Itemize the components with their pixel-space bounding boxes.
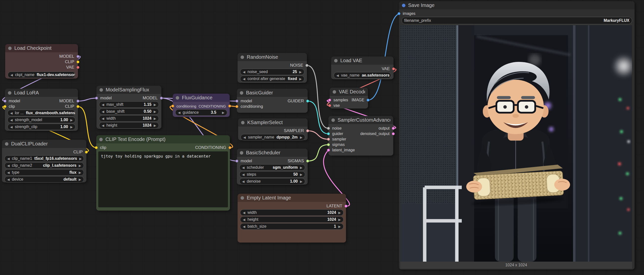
node-ksampler-select[interactable]: KSamplerSelect SAMPLER ◀ sampler_name dp… — [238, 118, 308, 140]
widget-filename-prefix[interactable]: filename_prefix MarkuryFLUX — [402, 17, 632, 24]
widget-guidance[interactable]: ◀ guidance 3.5 ▶ — [175, 109, 227, 116]
node-flux-guidance[interactable]: FluxGuidance conditioning CONDITIONING ◀… — [173, 94, 230, 117]
node-random-noise[interactable]: RandomNoise NOISE ◀ noise_seed 25 ▶ ◀ co… — [238, 53, 307, 83]
output-dot-conditioning[interactable] — [228, 146, 232, 149]
output-dot-clip[interactable] — [76, 105, 80, 108]
decrement-arrow[interactable]: ◀ — [7, 171, 10, 174]
decrement-arrow[interactable]: ◀ — [336, 74, 339, 77]
widget-height[interactable]: ◀ height 1024 ▶ — [99, 122, 159, 129]
decrement-arrow[interactable]: ◀ — [7, 164, 10, 167]
decrement-arrow[interactable]: ◀ — [7, 178, 10, 181]
decrement-arrow[interactable]: ◀ — [10, 111, 12, 115]
collapse-dot[interactable] — [8, 47, 12, 50]
node-load-checkpoint[interactable]: Load Checkpoint MODEL CLIP VAE ◀ ckpt_na… — [5, 44, 78, 79]
input-dot-sigmas[interactable] — [327, 143, 330, 146]
decrement-arrow[interactable]: ◀ — [102, 110, 104, 113]
input-dot-model[interactable] — [95, 97, 98, 100]
output-dot-noise[interactable] — [306, 64, 308, 67]
input-dot-conditioning[interactable] — [235, 105, 238, 108]
output-dot-vae[interactable] — [392, 67, 395, 70]
node-dual-clip-loader[interactable]: DualCLIPLoader CLIP ◀ clip_name1 t5xxl_f… — [2, 140, 86, 182]
widget-width[interactable]: ◀ width 1024 ▶ — [240, 209, 344, 216]
node-load-checkpoint-header[interactable]: Load Checkpoint — [5, 44, 78, 52]
prompt-textarea[interactable]: tjtoy toy holding sparkgpu gpu in a data… — [98, 151, 228, 207]
input-dot-clip[interactable] — [95, 146, 98, 149]
node-save-image-header[interactable]: Save Image — [399, 1, 634, 10]
node-flux-guidance-header[interactable]: FluxGuidance — [173, 94, 230, 102]
collapse-dot[interactable] — [176, 96, 179, 100]
decrement-arrow[interactable]: ◀ — [10, 118, 12, 122]
node-load-lora-header[interactable]: Load LoRA — [5, 89, 78, 97]
node-load-lora[interactable]: Load LoRA model MODEL clip CLIP ◀ lor ..… — [5, 89, 78, 131]
collapse-dot[interactable] — [332, 118, 335, 122]
increment-arrow[interactable]: ▶ — [300, 180, 302, 183]
collapse-dot[interactable] — [240, 151, 243, 155]
output-dot-denoised-output[interactable] — [392, 132, 395, 135]
decrement-arrow[interactable]: ◀ — [10, 125, 12, 129]
node-basic-scheduler[interactable]: BasicScheduler model SIGMAS ◀ scheduler … — [237, 149, 308, 185]
increment-arrow[interactable]: ▶ — [154, 124, 156, 127]
widget-sampler-name[interactable]: ◀ sampler_name dpmpp_2m ▶ — [240, 134, 305, 140]
increment-arrow[interactable]: ▶ — [299, 77, 302, 81]
increment-arrow[interactable]: ▶ — [79, 178, 81, 181]
increment-arrow[interactable]: ▶ — [154, 103, 156, 107]
increment-arrow[interactable]: ▶ — [154, 117, 156, 120]
output-dot-sampler[interactable] — [306, 129, 309, 132]
widget-max-shift[interactable]: ◀ max_shift 1.15 ▶ — [99, 101, 159, 108]
input-dot-vae[interactable] — [328, 104, 331, 107]
collapse-dot[interactable] — [333, 90, 336, 94]
increment-arrow[interactable]: ▶ — [299, 70, 302, 74]
node-empty-latent-image[interactable]: Empty Latent Image LATENT ◀ width 1024 ▶… — [238, 194, 346, 242]
node-ksampler-select-header[interactable]: KSamplerSelect — [238, 118, 308, 127]
widget-steps[interactable]: ◀ steps 50 ▶ — [239, 171, 305, 178]
decrement-arrow[interactable]: ◀ — [102, 124, 104, 127]
widget-control-after-generate[interactable]: ◀ control after generate fixed ▶ — [240, 76, 304, 82]
collapse-dot[interactable] — [99, 138, 103, 141]
node-basic-scheduler-header[interactable]: BasicScheduler — [237, 149, 308, 157]
increment-arrow[interactable]: ▶ — [70, 125, 73, 129]
decrement-arrow[interactable]: ◀ — [102, 117, 104, 120]
node-vae-decode[interactable]: VAE Decode samples IMAGE vae — [330, 88, 368, 109]
node-dual-clip-loader-header[interactable]: DualCLIPLoader — [2, 140, 86, 148]
collapse-dot[interactable] — [240, 56, 244, 59]
increment-arrow[interactable]: ▶ — [338, 211, 341, 214]
node-save-image[interactable]: Save Image images filename_prefix Markur… — [399, 1, 634, 269]
output-dot-latent[interactable] — [344, 205, 348, 208]
widget-strength-clip[interactable]: ◀ strength_clip 1.00 ▶ — [8, 124, 76, 130]
decrement-arrow[interactable]: ◀ — [178, 111, 180, 114]
decrement-arrow[interactable]: ◀ — [10, 73, 13, 77]
input-dot-model[interactable] — [4, 100, 6, 103]
output-dot-vae[interactable] — [76, 66, 80, 69]
increment-arrow[interactable]: ▶ — [79, 157, 82, 161]
collapse-dot[interactable] — [240, 91, 243, 95]
output-dot-image[interactable] — [366, 99, 370, 102]
increment-arrow[interactable]: ▶ — [79, 171, 81, 174]
widget-noise-seed[interactable]: ◀ noise_seed 25 ▶ — [240, 69, 304, 75]
collapse-dot[interactable] — [5, 142, 8, 146]
output-dot-clip[interactable] — [85, 151, 88, 154]
decrement-arrow[interactable]: ◀ — [242, 166, 244, 169]
widget-denoise[interactable]: ◀ denoise 1.00 ▶ — [239, 178, 305, 185]
node-empty-latent-image-header[interactable]: Empty Latent Image — [238, 194, 346, 202]
input-dot-sampler[interactable] — [327, 138, 330, 141]
decrement-arrow[interactable]: ◀ — [242, 173, 244, 176]
widget-clip-name1[interactable]: ◀ clip_name1 t5xxl_fp16.safetensors ▶ — [4, 155, 84, 162]
increment-arrow[interactable]: ▶ — [222, 111, 224, 114]
output-dot-model[interactable] — [76, 100, 80, 103]
increment-arrow[interactable]: ▶ — [300, 173, 302, 176]
increment-arrow[interactable]: ▶ — [338, 218, 341, 221]
decrement-arrow[interactable]: ◀ — [243, 218, 245, 221]
output-dot-model[interactable] — [76, 55, 80, 58]
output-dot-guider[interactable] — [306, 100, 309, 103]
widget-strength-model[interactable]: ◀ strength_model 1.00 ▶ — [8, 117, 76, 123]
input-dot-guider[interactable] — [327, 132, 330, 135]
decrement-arrow[interactable]: ◀ — [102, 103, 104, 107]
collapse-dot[interactable] — [334, 59, 338, 63]
decrement-arrow[interactable]: ◀ — [243, 211, 245, 214]
input-dot-latent-image[interactable] — [327, 149, 330, 152]
widget-width[interactable]: ◀ width 1024 ▶ — [99, 115, 159, 122]
decrement-arrow[interactable]: ◀ — [243, 70, 245, 74]
node-model-sampling-flux-header[interactable]: ModelSamplingFlux — [96, 86, 161, 94]
increment-arrow[interactable]: ▶ — [154, 110, 156, 113]
increment-arrow[interactable]: ▶ — [300, 166, 302, 169]
